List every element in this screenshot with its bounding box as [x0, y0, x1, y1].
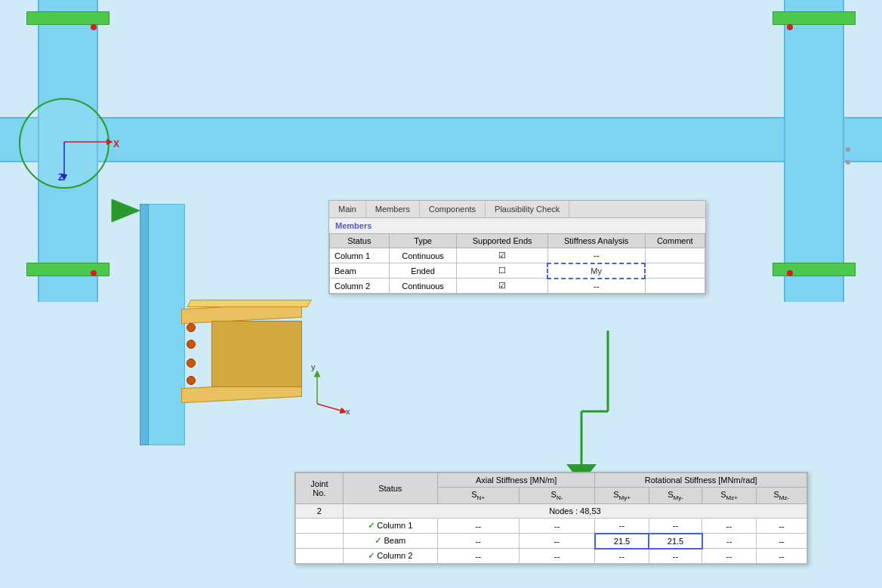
cell-stiffness-2[interactable]: My — [547, 263, 645, 279]
members-panel: Main Members Components Plausibility Che… — [328, 200, 706, 294]
panel-tabs: Main Members Components Plausibility Che… — [329, 201, 705, 218]
cell-status-2: Beam — [330, 263, 390, 279]
steel-connection-3d — [132, 204, 321, 453]
th-smy-plus: SMy+ — [595, 488, 649, 504]
cell-joint-empty-3 — [296, 549, 344, 564]
col-header-comment: Comment — [645, 234, 705, 248]
cell-smy-minus-3: -- — [649, 549, 702, 564]
cell-joint-no: 2 — [296, 504, 344, 519]
horizontal-beam — [0, 117, 882, 162]
svg-text:x: x — [346, 407, 350, 416]
cell-comment-2 — [645, 263, 705, 279]
table-row: ✓ Column 1 -- -- -- -- -- -- — [296, 519, 807, 534]
cell-smz-plus-1: -- — [702, 519, 756, 534]
col-header-stiffness: Stiffness Analysis — [547, 234, 645, 248]
th-smz-plus: SMz+ — [702, 488, 756, 504]
check-icon-3: ✓ — [368, 551, 375, 560]
table-row: ✓ Column 2 -- -- -- -- -- -- — [296, 549, 807, 564]
cell-stiffness-3: -- — [547, 279, 645, 294]
th-smy-minus: SMy- — [649, 488, 702, 504]
left-col-top-cap — [26, 11, 109, 25]
flange-top-face — [187, 300, 312, 307]
th-sn-plus: SN+ — [437, 488, 519, 504]
check-icon-2: ✓ — [375, 536, 381, 545]
tab-main[interactable]: Main — [329, 201, 366, 217]
table-row: 2 Nodes : 48,53 — [296, 504, 807, 519]
cell-type-1: Continuous — [389, 248, 457, 263]
members-section-title: Members — [329, 218, 705, 233]
check-icon-1: ✓ — [368, 521, 375, 530]
cell-comment-3 — [645, 279, 705, 294]
tab-components[interactable]: Components — [420, 201, 486, 217]
right-column — [784, 0, 844, 302]
cell-checkbox-1[interactable]: ☑ — [457, 248, 547, 263]
cell-smy-plus-2-highlight: 21.5 — [595, 534, 649, 549]
bolt-1 — [187, 323, 196, 332]
th-sn-minus: SN- — [519, 488, 595, 504]
cell-status-beam: ✓ Beam — [343, 534, 437, 549]
th-axial: Axial Stiffness [MN/m] — [437, 473, 595, 488]
gray-dot-2 — [846, 160, 850, 165]
cell-sn-plus-2: -- — [437, 534, 519, 549]
th-smz-minus: SMz- — [756, 488, 806, 504]
red-dot-2 — [91, 270, 97, 276]
tab-plausibility[interactable]: Plausibility Check — [486, 201, 569, 217]
cell-status-1: Column 1 — [330, 248, 390, 263]
col-header-supported-ends: Supported Ends — [457, 234, 547, 248]
cell-smz-plus-3: -- — [702, 549, 756, 564]
cell-checkbox-3[interactable]: ☑ — [457, 279, 547, 294]
col-header-type: Type — [389, 234, 457, 248]
column-plate-3d — [147, 204, 185, 445]
axis-z-label: Z — [58, 172, 63, 183]
table-row: ✓ Beam -- -- 21.5 21.5 -- -- — [296, 534, 807, 549]
svg-line-8 — [317, 404, 344, 411]
cell-stiffness-1: -- — [547, 248, 645, 263]
th-status: Status — [343, 473, 437, 504]
red-dot-4 — [787, 270, 793, 276]
red-dot-3 — [787, 24, 793, 30]
gray-dot-1 — [846, 147, 850, 152]
column-side-3d — [140, 204, 149, 445]
cell-joint-empty-2 — [296, 534, 344, 549]
cell-sn-minus-1: -- — [519, 519, 595, 534]
cell-smy-plus-1: -- — [595, 519, 649, 534]
stiffness-panel: JointNo. Status Axial Stiffness [MN/m] R… — [295, 472, 808, 565]
cell-sn-plus-1: -- — [437, 519, 519, 534]
web-plate — [211, 321, 302, 387]
bolt-3 — [187, 359, 196, 368]
members-table: Status Type Supported Ends Stiffness Ana… — [329, 233, 705, 294]
cell-smy-plus-3: -- — [595, 549, 649, 564]
cell-status-3: Column 2 — [330, 279, 390, 294]
cell-checkbox-2[interactable]: ☐ — [457, 263, 547, 279]
cell-sn-plus-3: -- — [437, 549, 519, 564]
axis-circle — [19, 98, 109, 189]
red-dot-1 — [91, 24, 97, 30]
axis-x-label: X — [113, 139, 119, 149]
cell-type-2: Ended — [389, 263, 457, 279]
right-col-bottom-cap — [773, 263, 856, 276]
cell-smz-minus-1: -- — [756, 519, 806, 534]
cell-sn-minus-3: -- — [519, 549, 595, 564]
th-joint-no: JointNo. — [296, 473, 344, 504]
bolt-4 — [187, 376, 196, 385]
tab-members[interactable]: Members — [366, 201, 420, 217]
th-rotational: Rotational Stiffness [MNm/rad] — [595, 473, 807, 488]
cell-joint-empty-1 — [296, 519, 344, 534]
cell-status-col2: ✓ Column 2 — [343, 549, 437, 564]
table-row: Beam Ended ☐ My — [330, 263, 705, 279]
cell-comment-1 — [645, 248, 705, 263]
cell-smz-minus-3: -- — [756, 549, 806, 564]
cell-smy-minus-1: -- — [649, 519, 702, 534]
cell-type-3: Continuous — [389, 279, 457, 294]
cell-smz-minus-2: -- — [756, 534, 806, 549]
cell-smy-minus-2-highlight: 21.5 — [649, 534, 702, 549]
stiffness-table: JointNo. Status Axial Stiffness [MN/m] R… — [295, 473, 807, 564]
table-row: Column 2 Continuous ☑ -- — [330, 279, 705, 294]
cell-status-col1: ✓ Column 1 — [343, 519, 437, 534]
cell-sn-minus-2: -- — [519, 534, 595, 549]
cell-nodes: Nodes : 48,53 — [343, 504, 806, 519]
right-col-top-cap — [773, 11, 856, 25]
col-header-status: Status — [330, 234, 390, 248]
left-col-bottom-cap — [26, 263, 109, 276]
cell-smz-plus-2: -- — [702, 534, 756, 549]
